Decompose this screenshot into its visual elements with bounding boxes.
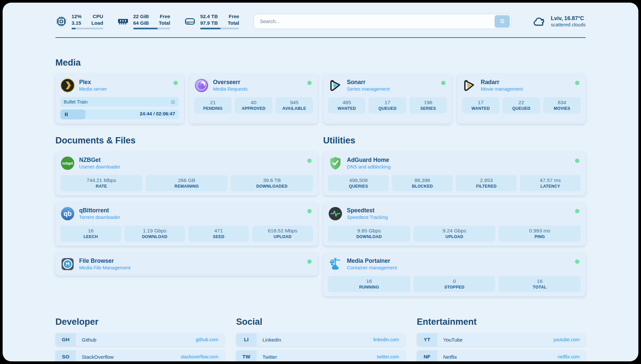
stat-row: 21 PENDING 40 APPROVED 945 AVAILABLE [194,97,313,113]
stat-box: 1.19 Gbps DOWNLOAD [124,226,185,242]
disk-total-value: 97.9 TB [200,20,218,26]
stat-box: 9.24 Gbps UPLOAD [413,226,496,242]
bookmark-label: LinkedIn [257,337,281,343]
status-dot [173,81,178,85]
now-playing-title: Bullet Train [64,99,88,105]
status-dot [575,209,579,213]
bookmark-label: StackOverflow [76,354,114,360]
plex-icon [60,78,75,93]
weather-location: Lviv, 16.87°C [551,15,586,21]
stat-box: 485 WANTED [328,97,365,113]
adguard-icon [328,156,343,170]
service-card-nzbget[interactable]: nzbget NZBGet Usenet downloader 744.21 M… [55,152,318,196]
disk-free-value: 52.4 TB [200,13,218,20]
bookmark-label: Netflix [437,354,457,360]
utilities-column: Utilities AdGuard Home DNS and adb [323,136,586,296]
media-view-icon[interactable] [170,99,176,105]
service-name: Radarr [481,79,523,86]
stat-row: 485 WANTED 17 QUEUED 196 SERIES [328,97,447,113]
playback-progress-bar: 24:44 / 02:06:47 [60,109,179,119]
bookmark-linkedin[interactable]: LI LinkedIn linkedin.com [236,333,405,346]
cpu-widget: 12% 3.15 CPU Load [55,13,103,29]
stat-box: 16 LEECH [60,226,121,242]
stat-box: 16 RUNNING [328,276,410,292]
memory-total-value: 64 GiB [133,20,149,26]
stat-box: 471 SEED [188,226,249,242]
cloud-icon [532,15,546,28]
stat-box: 266 GB REMAINING [146,175,228,191]
bookmark-group-developer: Developer GH Github github.com SO StackO… [55,317,224,361]
stat-box: 22 QUEUED [503,97,540,113]
service-card-overseerr[interactable]: Overseerr Media Requests 21 PENDING 40 A… [189,74,318,124]
cpu-load-label: Load [91,20,103,26]
search-provider-button[interactable]: G [495,15,510,28]
bookmark-url: linkedin.com [373,337,405,342]
bookmark-label: Twitter [257,354,277,360]
bookmark-abbr: YT [417,333,437,346]
bookmark-github[interactable]: GH Github github.com [55,333,224,346]
search-input[interactable] [254,14,511,29]
service-description: Torrent downloader [79,215,120,220]
playback-time: 24:44 / 02:06:47 [140,111,175,116]
stat-box: 40 APPROVED [235,97,272,113]
status-dot [575,81,579,85]
bookmark-stackoverflow[interactable]: SO StackOverflow stackoverflow.com [55,350,224,361]
radarr-icon [462,78,476,93]
stat-box: 498,508 QUERIES [328,175,389,191]
cpu-label: CPU [91,13,103,20]
service-card-portainer[interactable]: Media Portainer Container management 16 … [323,253,586,296]
cpu-progress-bar [72,28,103,29]
status-dot [307,259,312,264]
search-bar: G [254,14,511,29]
bookmark-label: Github [76,337,96,343]
service-description: Container management [347,265,397,270]
service-card-speedtest[interactable]: Speedtest Speedtest Tracking 9.65 Gbps D… [323,202,586,246]
pause-icon [64,112,69,117]
service-card-filebrowser[interactable]: File Browser Media File Management [55,253,318,276]
bookmark-youtube[interactable]: YT YouTube youtube.com [417,333,586,346]
stat-box: 16 TOTAL [499,276,581,292]
filebrowser-icon [60,257,75,271]
bookmark-netflix[interactable]: NF Netflix netflix.com [417,350,586,361]
stat-box: 618.52 Mbps UPLOAD [252,226,313,242]
speedtest-icon [328,206,343,221]
service-card-qbittorrent[interactable]: qb qBittorrent Torrent downloader 16 LEE… [55,202,318,246]
section-title-entertainment: Entertainment [417,317,586,327]
documents-column: Documents & Files nzbget NZBGet Usenet d… [55,136,318,296]
section-title-documents: Documents & Files [55,136,318,146]
service-description: Media File Management [79,265,131,270]
service-name: Plex [79,79,107,86]
service-description: Usenet downloader [79,164,120,169]
memory-progress-bar [133,28,170,29]
service-card-plex[interactable]: Plex Media server Bullet Train 24:44 / 0… [55,74,184,124]
service-description: Speedtest Tracking [347,215,388,220]
weather-condition: scattered clouds [551,22,586,27]
service-name: qBittorrent [79,207,120,214]
weather-widget: Lviv, 16.87°C scattered clouds [532,15,586,28]
status-dot [307,209,312,213]
bookmark-url: github.com [196,337,224,342]
bookmark-twitter[interactable]: TW Twitter twitter.com [236,350,405,361]
service-description: DNS and adblocking [347,164,390,169]
service-card-adguard[interactable]: AdGuard Home DNS and adblocking 498,508 … [323,152,586,196]
stat-box: 39.6 TB DOWNLOADED [231,175,313,191]
disk-total-label: Total [228,20,239,26]
now-playing-bar: Bullet Train [60,97,179,107]
bookmark-abbr: TW [236,350,257,361]
section-title-social: Social [236,317,405,327]
memory-free-value: 22 GiB [133,13,149,20]
status-dot [575,159,579,163]
stat-box: 744.21 Mbps RATE [60,175,142,191]
stat-box: 17 WANTED [462,97,499,113]
overseerr-icon [194,78,209,93]
service-description: Media Requests [213,86,248,92]
service-card-sonarr[interactable]: Sonarr Series management 485 WANTED 17 Q… [323,74,452,124]
disk-progress-bar [200,28,239,29]
section-title-developer: Developer [55,317,224,327]
stat-box: 945 AVAILABLE [276,97,313,113]
stat-row: 16 LEECH 1.19 Gbps DOWNLOAD 471 SEED 6 [60,226,313,242]
stat-row: 17 WANTED 22 QUEUED 834 MOVIES [462,97,581,113]
service-card-radarr[interactable]: Radarr Movie management 17 WANTED 22 QUE… [457,74,586,124]
status-dot [441,81,445,85]
stat-row: 498,508 QUERIES 86,396 BLOCKED 2,953 FIL… [328,175,581,191]
